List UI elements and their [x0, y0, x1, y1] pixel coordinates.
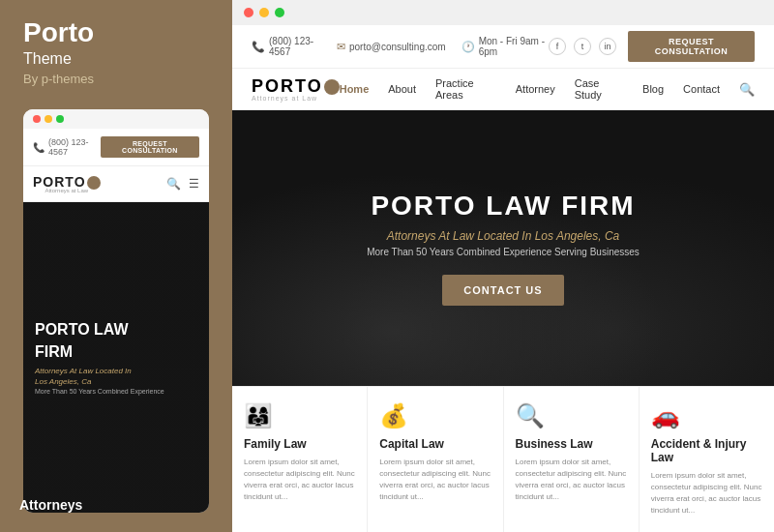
hero-section: PORTO LAW FIRM Attorneys At Law Located …	[232, 110, 774, 386]
nav-case-study[interactable]: Case Study	[575, 77, 623, 101]
nav-about[interactable]: About	[388, 83, 416, 95]
business-law-icon: 🔍	[516, 402, 627, 429]
service-card-accident: 🚗 Accident & Injury Law Lorem ipsum dolo…	[640, 387, 774, 532]
mobile-hero-title-line2: FIRM	[35, 343, 73, 361]
hero-title: PORTO LAW FIRM	[367, 191, 640, 222]
accident-law-icon: 🚗	[651, 402, 762, 429]
nav-links: Home About Practice Areas Attorney Case …	[340, 77, 755, 101]
instagram-icon[interactable]: in	[599, 38, 616, 55]
mobile-hero-title-line1: PORTO LAW	[35, 321, 129, 339]
site-logo: PORTO Attorneys at Law	[252, 76, 340, 102]
services-row: 👨‍👩‍👧 Family Law Lorem ipsum dolor sit a…	[232, 386, 774, 532]
business-law-title: Business Law	[516, 437, 627, 451]
brand-title: Porto	[23, 19, 209, 46]
service-card-capital: 💰 Capital Law Lorem ipsum dolor sit amet…	[368, 387, 503, 532]
family-law-icon: 👨‍👩‍👧	[244, 402, 355, 429]
accident-law-desc: Lorem ipsum dolor sit amet, consectetur …	[651, 470, 762, 517]
utility-phone: 📞 (800) 123-4567	[252, 36, 321, 57]
browser-dot-red	[244, 8, 253, 17]
nav-practice-areas[interactable]: Practice Areas	[435, 77, 496, 101]
business-law-desc: Lorem ipsum dolor sit amet, consectetur …	[516, 457, 627, 503]
mobile-menu-icon[interactable]: ☰	[189, 177, 199, 191]
capital-law-title: Capital Law	[379, 437, 491, 451]
email-icon: ✉	[337, 41, 345, 53]
brand-by: By p-themes	[23, 72, 209, 86]
phone-icon: 📞	[252, 41, 265, 53]
hero-cta-button[interactable]: CONTACT US	[442, 275, 563, 306]
mobile-phone-number: (800) 123-4567	[48, 137, 101, 157]
family-law-title: Family Law	[244, 437, 355, 451]
mobile-hero: PORTO LAW FIRM Attorneys At Law Located …	[23, 202, 209, 513]
facebook-icon[interactable]: f	[549, 38, 566, 55]
service-card-family: 👨‍👩‍👧 Family Law Lorem ipsum dolor sit a…	[232, 387, 368, 532]
utility-bar: 📞 (800) 123-4567 ✉ porto@consulting.com …	[232, 25, 774, 69]
mobile-phone-bar: 📞 (800) 123-4567	[33, 137, 101, 157]
mobile-logo-area: PORTO Attorneys at Law	[33, 174, 101, 193]
mobile-dot-red	[33, 115, 41, 123]
twitter-icon[interactable]: t	[574, 38, 591, 55]
mobile-hero-sub1: Attorneys At Law Located In	[35, 367, 132, 375]
utility-hours-text: Mon - Fri 9am - 6pm	[479, 36, 549, 57]
hero-subtitle: Attorneys At Law Located In Los Angeles,…	[367, 229, 640, 243]
logo-circle	[324, 79, 340, 95]
nav-home[interactable]: Home	[340, 83, 370, 95]
consultation-button[interactable]: REQUEST CONSULTATION	[628, 31, 755, 62]
hero-content: PORTO LAW FIRM Attorneys At Law Located …	[367, 191, 640, 306]
accident-law-title: Accident & Injury Law	[651, 437, 762, 464]
nav-search-icon[interactable]: 🔍	[739, 82, 755, 97]
website-frame: 📞 (800) 123-4567 ✉ porto@consulting.com …	[232, 25, 774, 532]
utility-email-address: porto@consulting.com	[349, 42, 446, 52]
mobile-search-icon[interactable]: 🔍	[166, 177, 181, 191]
nav-contact[interactable]: Contact	[683, 83, 720, 95]
nav-attorney[interactable]: Attorney	[516, 83, 555, 95]
logo-main: PORTO	[252, 76, 340, 97]
mobile-dot-green	[56, 115, 64, 123]
browser-dot-green	[275, 8, 284, 17]
logo-text: PORTO	[252, 76, 323, 97]
utility-phone-number: (800) 123-4567	[269, 36, 321, 57]
utility-right: f t in REQUEST CONSULTATION	[549, 31, 755, 62]
nav-blog[interactable]: Blog	[642, 83, 664, 95]
hero-sub2: More Than 50 Years Combined Experience S…	[367, 247, 640, 257]
utility-hours: 🕐 Mon - Fri 9am - 6pm	[461, 36, 549, 57]
brand-subtitle: Theme	[23, 50, 209, 68]
service-card-business: 🔍 Business Law Lorem ipsum dolor sit ame…	[504, 387, 640, 532]
mobile-logo-bar: PORTO Attorneys at Law 🔍 ☰	[23, 166, 209, 202]
mobile-browser-bar	[23, 109, 209, 129]
mobile-hero-sub3: More Than 50 Years Combined Experience	[35, 388, 164, 395]
hero-italic-subtitle: Attorneys At Law Located In Los Angeles,…	[387, 229, 620, 243]
clock-icon: 🕐	[461, 41, 475, 53]
nav-bar: PORTO Attorneys at Law Home About Practi…	[232, 69, 774, 110]
mobile-logo-circle	[87, 176, 101, 190]
browser-dot-yellow	[259, 8, 269, 17]
mobile-hero-sub2: Los Angeles, Ca	[35, 377, 91, 386]
mobile-header: 📞 (800) 123-4567 REQUEST CONSULTATION	[23, 129, 209, 166]
browser-chrome	[232, 0, 774, 25]
mobile-preview-card: 📞 (800) 123-4567 REQUEST CONSULTATION PO…	[23, 109, 209, 513]
mobile-consultation-button[interactable]: REQUEST CONSULTATION	[101, 136, 199, 158]
right-panel: 📞 (800) 123-4567 ✉ porto@consulting.com …	[232, 0, 774, 532]
utility-email: ✉ porto@consulting.com	[337, 41, 446, 53]
capital-law-icon: 💰	[379, 402, 491, 429]
mobile-phone-icon: 📞	[33, 142, 45, 153]
family-law-desc: Lorem ipsum dolor sit amet, consectetur …	[244, 457, 355, 503]
mobile-dot-yellow	[45, 115, 52, 123]
social-links: f t in	[549, 38, 616, 55]
attorneys-label: Attorneys	[19, 497, 82, 513]
utility-left: 📞 (800) 123-4567 ✉ porto@consulting.com …	[252, 36, 549, 57]
left-sidebar: Porto Theme By p-themes 📞 (800) 123-4567…	[0, 0, 232, 532]
mobile-nav-icons: 🔍 ☰	[166, 177, 199, 191]
logo-tagline: Attorneys at Law	[252, 95, 340, 102]
capital-law-desc: Lorem ipsum dolor sit amet, consectetur …	[379, 457, 491, 503]
